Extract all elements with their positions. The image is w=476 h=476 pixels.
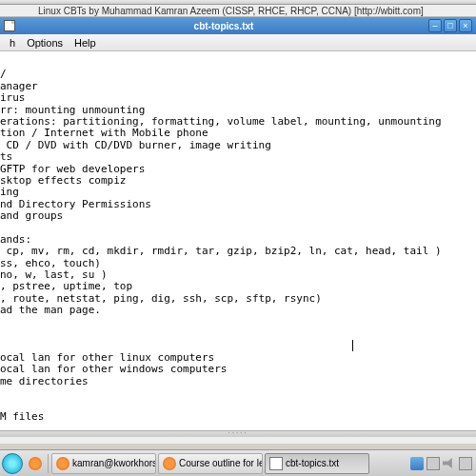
editor-line: ocal lan for other windows computers <box>0 364 476 375</box>
status-strip <box>0 436 476 444</box>
editor-line: M files <box>0 411 476 423</box>
editor-line: me directories <box>0 376 476 387</box>
text-file-icon <box>269 457 283 470</box>
menu-item-help[interactable]: Help <box>69 37 102 49</box>
minimize-button[interactable]: – <box>428 19 442 32</box>
editor-line <box>0 317 476 328</box>
editor-line: anager <box>0 81 476 92</box>
editor-line: ad the man page. <box>0 305 476 316</box>
firefox-icon <box>56 457 69 470</box>
close-button[interactable]: × <box>459 19 472 32</box>
menubar: h Options Help <box>0 34 476 51</box>
editor-line: ts <box>0 151 476 163</box>
outer-subtitle: Linux CBTs by Muhammad Kamran Azeem (CIS… <box>0 5 476 17</box>
window-titlebar[interactable]: cbt-topics.txt – □ × <box>0 17 476 34</box>
network-icon[interactable] <box>410 457 424 470</box>
editor-line: and groups <box>0 210 476 222</box>
system-tray <box>410 457 474 470</box>
editor-line <box>0 57 476 69</box>
taskbar-task-button[interactable]: cbt-topics.txt <box>265 453 369 474</box>
editor-line <box>0 399 476 410</box>
taskbar: kamran@kworkhorse:...Course outline for … <box>0 449 476 476</box>
volume-icon[interactable] <box>443 457 456 470</box>
maximize-button[interactable]: □ <box>444 19 457 32</box>
taskbar-task-button[interactable]: Course outline for lear... <box>158 453 263 474</box>
editor-line: irus <box>0 92 476 104</box>
editor-line: , pstree, uptime, top <box>0 281 476 292</box>
tray-icon[interactable] <box>426 457 440 470</box>
task-label: kamran@kworkhorse:... <box>72 458 156 468</box>
editor-line <box>0 387 476 399</box>
window-title: cbt-topics.txt <box>19 21 428 31</box>
tray-icon[interactable] <box>459 457 472 470</box>
taskbar-task-button[interactable]: kamran@kworkhorse:... <box>51 453 156 474</box>
text-cursor <box>352 340 353 351</box>
quicklaunch-firefox-icon[interactable] <box>27 455 44 472</box>
menu-item-options[interactable]: Options <box>21 37 69 49</box>
editor-line: sktop effects compiz <box>0 175 476 187</box>
start-button[interactable] <box>2 453 23 474</box>
editor-line <box>0 340 476 351</box>
resize-handle[interactable] <box>0 430 476 436</box>
task-label: cbt-topics.txt <box>286 458 339 468</box>
document-icon <box>4 20 15 31</box>
editor-line: CD / DVD with CD/DVD burner, image writi… <box>0 140 476 151</box>
text-editor-area[interactable]: /anagerirusrr: mounting unmountingeratio… <box>0 51 476 430</box>
task-label: Course outline for lear... <box>179 458 263 468</box>
menu-item-h[interactable]: h <box>4 37 21 49</box>
editor-line <box>0 328 476 340</box>
firefox-icon <box>163 457 176 470</box>
editor-line: tion / Internet with Mobile phone <box>0 128 476 139</box>
editor-line: cp, mv, rm, cd, mkdir, rmdir, tar, gzip,… <box>0 246 476 257</box>
editor-line: ing <box>0 187 476 198</box>
editor-line <box>0 222 476 233</box>
editor-line: nd Directory Permissions <box>0 199 476 210</box>
editor-line: / <box>0 69 476 80</box>
